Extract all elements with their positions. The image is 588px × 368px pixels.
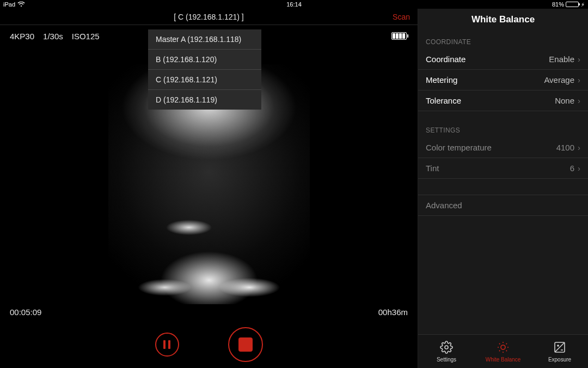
scan-button[interactable]: Scan (393, 13, 410, 21)
battery-icon (566, 2, 579, 7)
iso-label: ISO125 (72, 32, 100, 41)
camera-dropdown-item[interactable]: B (192.168.1.120) (148, 50, 261, 70)
wifi-icon (17, 2, 25, 7)
camera-selector[interactable]: [ C (192.168.1.121) ] (174, 13, 243, 21)
camera-dropdown-item[interactable]: C (192.168.1.121) (148, 70, 261, 90)
row-tint[interactable]: Tint 6› (418, 158, 588, 179)
chevron-right-icon: › (578, 55, 580, 64)
transport-controls (0, 321, 418, 368)
row-color-temperature[interactable]: Color temperature 4100› (418, 137, 588, 158)
device-name: iPad (3, 1, 15, 8)
battery-pct: 81% (552, 1, 564, 8)
section-header-coordinate: COORDINATE (418, 35, 588, 49)
row-label: Advanced (426, 201, 462, 210)
gear-icon (440, 341, 453, 355)
row-label: Tolerance (426, 96, 461, 105)
remaining-time: 00h36m (378, 307, 408, 317)
bottom-tabbar: Settings White Balance Exposure (418, 334, 588, 368)
tab-exposure[interactable]: Exposure (531, 335, 588, 368)
chevron-right-icon: › (578, 164, 580, 173)
row-label: Color temperature (426, 143, 492, 152)
clock: 16:14 (286, 1, 302, 8)
exposure-icon (553, 341, 566, 355)
tab-settings[interactable]: Settings (418, 335, 475, 368)
row-metering[interactable]: Metering Average› (418, 70, 588, 91)
sun-icon (497, 341, 510, 355)
panel-title: White Balance (418, 9, 588, 35)
settings-panel: White Balance COORDINATE Coordinate Enab… (418, 9, 588, 368)
row-coordinate[interactable]: Coordinate Enable› (418, 49, 588, 70)
row-tolerance[interactable]: Tolerance None› (418, 91, 588, 111)
elapsed-time: 00:05:09 (10, 307, 41, 317)
chevron-right-icon: › (578, 75, 580, 85)
svg-point-1 (501, 345, 505, 349)
camera-header: [ C (192.168.1.121) ] Scan (0, 9, 418, 25)
tab-white-balance[interactable]: White Balance (475, 335, 531, 368)
camera-battery-icon (391, 32, 407, 40)
camera-dropdown-item[interactable]: D (192.168.1.119) (148, 90, 261, 110)
row-value: None (555, 96, 574, 105)
record-stop-button[interactable] (228, 327, 263, 362)
tab-label: Exposure (548, 357, 571, 363)
viewfinder-pane: [ C (192.168.1.121) ] Scan Master A (192… (0, 9, 418, 368)
row-value: Enable (549, 55, 574, 64)
row-label: Coordinate (426, 55, 465, 64)
tab-label: Settings (437, 357, 456, 363)
row-value: 4100 (556, 143, 574, 152)
chevron-right-icon: › (578, 96, 580, 105)
tab-label: White Balance (486, 357, 520, 363)
row-label: Metering (426, 75, 457, 85)
pause-icon (163, 340, 170, 349)
section-header-settings: SETTINGS (418, 123, 588, 137)
timecode-row: 00:05:09 00h36m (0, 307, 418, 317)
row-advanced[interactable]: Advanced (418, 195, 588, 216)
charging-icon: ⚡︎ (581, 2, 585, 8)
camera-dropdown-item[interactable]: Master A (192.168.1.118) (148, 29, 261, 50)
camera-dropdown: Master A (192.168.1.118) B (192.168.1.12… (148, 29, 261, 110)
resolution-label: 4KP30 (10, 32, 34, 41)
row-value: 6 (570, 164, 574, 173)
row-label: Tint (426, 164, 439, 173)
status-bar: iPad 16:14 81% ⚡︎ (0, 0, 588, 9)
pause-button[interactable] (155, 333, 179, 357)
chevron-right-icon: › (578, 143, 580, 152)
svg-point-0 (445, 346, 448, 349)
shutter-label: 1/30s (43, 32, 63, 41)
stop-icon (238, 337, 253, 352)
row-value: Average (544, 75, 574, 85)
